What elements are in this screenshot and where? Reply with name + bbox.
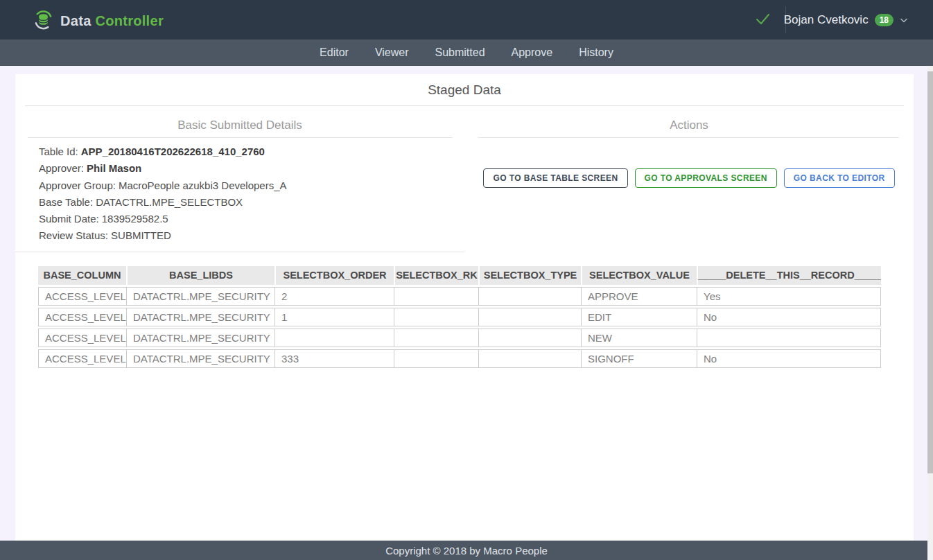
nav-tab[interactable]: Approve <box>512 46 553 59</box>
cell-selectbox-order: 2 <box>274 287 394 306</box>
cell-selectbox-value: EDIT <box>581 308 697 326</box>
table-column-header: BASE_LIBDS <box>126 266 274 285</box>
detail-row: Base Table:DATACTRL.MPE_SELECTBOX <box>39 194 464 211</box>
vertical-scrollbar[interactable] <box>927 66 933 560</box>
cell-selectbox-value: NEW <box>581 329 697 347</box>
cell-base-libds: DATACTRL.MPE_SECURITY <box>126 287 274 306</box>
cell-base-column: ACCESS_LEVEL <box>38 287 126 306</box>
page-background: Staged Data Basic Submitted Details Tabl… <box>0 66 933 541</box>
table-column-header: SELECTBOX_VALUE <box>581 266 697 285</box>
table-row: ACCESS_LEVEL DATACTRL.MPE_SECURITY 2 APP… <box>38 287 881 306</box>
detail-label: Table Id: <box>39 146 78 157</box>
cell-selectbox-type <box>478 308 581 326</box>
notification-badge: 18 <box>875 14 893 26</box>
staged-data-table-wrap: BASE_COLUMNBASE_LIBDSSELECTBOX_ORDERSELE… <box>38 264 914 370</box>
actions-divider <box>478 137 899 138</box>
cell-delete-record: No <box>697 349 881 368</box>
nav-tab[interactable]: Editor <box>320 46 349 59</box>
detail-row: Approver:Phil Mason <box>39 160 464 177</box>
detail-value: DATACTRL.MPE_SELECTBOX <box>96 196 243 208</box>
details-list: Table Id:APP_20180416T202622618_410_2760… <box>15 138 464 252</box>
cell-selectbox-order: 1 <box>274 308 394 326</box>
app-title: Data Controller <box>60 13 164 29</box>
staged-data-card: Staged Data Basic Submitted Details Tabl… <box>15 74 914 541</box>
table-row: ACCESS_LEVEL DATACTRL.MPE_SECURITY NEW <box>38 329 881 347</box>
table-column-header: BASE_COLUMN <box>38 266 126 285</box>
page-title: Staged Data <box>15 74 914 98</box>
check-icon <box>754 12 771 30</box>
cell-selectbox-rk <box>394 329 478 347</box>
detail-row: Approver Group:MacroPeople azukbi3 Devel… <box>39 177 464 194</box>
nav-tab[interactable]: Viewer <box>375 46 409 59</box>
main-nav: EditorViewerSubmittedApproveHistory <box>0 40 933 66</box>
detail-row: Submit Date:1839529582.5 <box>39 211 464 227</box>
user-name: Bojan Cvetkovic <box>784 13 869 27</box>
actions-buttons: GO TO BASE TABLE SCREENGO TO APPROVALS S… <box>464 168 914 188</box>
actions-heading: Actions <box>464 119 914 132</box>
detail-label: Review Status: <box>39 229 108 241</box>
table-row: ACCESS_LEVEL DATACTRL.MPE_SECURITY 1 EDI… <box>38 308 881 326</box>
detail-value: APP_20180416T202622618_410_2760 <box>81 146 265 157</box>
detail-value: Phil Mason <box>87 162 141 174</box>
copyright-text: Copyright © 2018 by Macro People <box>385 545 548 557</box>
cell-selectbox-rk <box>394 349 478 368</box>
detail-label: Submit Date: <box>39 213 99 225</box>
table-column-header: SELECTBOX_ORDER <box>274 266 394 285</box>
cell-selectbox-type <box>478 287 581 306</box>
cell-base-column: ACCESS_LEVEL <box>38 349 126 368</box>
action-button[interactable]: GO BACK TO EDITOR <box>784 168 895 188</box>
scrollbar-thumb[interactable] <box>927 71 933 473</box>
action-button[interactable]: GO TO BASE TABLE SCREEN <box>483 168 627 188</box>
detail-value: 1839529582.5 <box>102 213 168 225</box>
cell-selectbox-value: APPROVE <box>581 287 697 306</box>
details-heading: Basic Submitted Details <box>15 119 464 132</box>
cell-selectbox-rk <box>394 287 478 306</box>
cell-delete-record: Yes <box>697 287 881 306</box>
basic-details-section: Basic Submitted Details Table Id:APP_201… <box>15 106 464 252</box>
cell-selectbox-order <box>274 329 394 347</box>
detail-row: Review Status:SUBMITTED <box>39 227 464 244</box>
cell-base-libds: DATACTRL.MPE_SECURITY <box>126 349 274 368</box>
staged-data-table: BASE_COLUMNBASE_LIBDSSELECTBOX_ORDERSELE… <box>38 264 881 370</box>
app-logo[interactable]: Data Controller <box>33 9 164 33</box>
cell-base-column: ACCESS_LEVEL <box>38 308 126 326</box>
cell-selectbox-type <box>478 349 581 368</box>
app-footer: Copyright © 2018 by Macro People <box>0 541 933 560</box>
cell-selectbox-value: SIGNOFF <box>581 349 697 368</box>
table-row: ACCESS_LEVEL DATACTRL.MPE_SECURITY 333 S… <box>38 349 881 368</box>
table-column-header: SELECTBOX_RK <box>394 266 478 285</box>
app-header: Data Controller Bojan Cvetkovic 18 <box>0 0 933 40</box>
table-column-header: _____DELETE__THIS__RECORD_____ <box>697 266 881 285</box>
nav-tab[interactable]: History <box>579 46 613 59</box>
detail-row: Table Id:APP_20180416T202622618_410_2760 <box>39 143 464 160</box>
cell-delete-record <box>697 329 881 347</box>
detail-label: Approver Group: <box>39 180 116 191</box>
cell-selectbox-rk <box>394 308 478 326</box>
database-logo-icon <box>33 9 54 33</box>
action-button[interactable]: GO TO APPROVALS SCREEN <box>635 168 777 188</box>
chevron-down-icon <box>900 14 908 26</box>
cell-delete-record: No <box>697 308 881 326</box>
table-column-header: SELECTBOX_TYPE <box>478 266 581 285</box>
cell-base-libds: DATACTRL.MPE_SECURITY <box>126 308 274 326</box>
cell-base-libds: DATACTRL.MPE_SECURITY <box>126 329 274 347</box>
cell-selectbox-type <box>478 329 581 347</box>
details-bottom-divider <box>15 252 464 252</box>
detail-label: Base Table: <box>39 196 93 208</box>
nav-tab[interactable]: Submitted <box>435 46 485 59</box>
cell-selectbox-order: 333 <box>274 349 394 368</box>
cell-base-column: ACCESS_LEVEL <box>38 329 126 347</box>
actions-section: Actions GO TO BASE TABLE SCREENGO TO APP… <box>464 106 914 188</box>
detail-value: MacroPeople azukbi3 Developers_A <box>119 180 287 191</box>
detail-value: SUBMITTED <box>111 229 171 241</box>
user-menu[interactable]: Bojan Cvetkovic 18 <box>784 0 908 40</box>
detail-label: Approver: <box>39 162 84 174</box>
